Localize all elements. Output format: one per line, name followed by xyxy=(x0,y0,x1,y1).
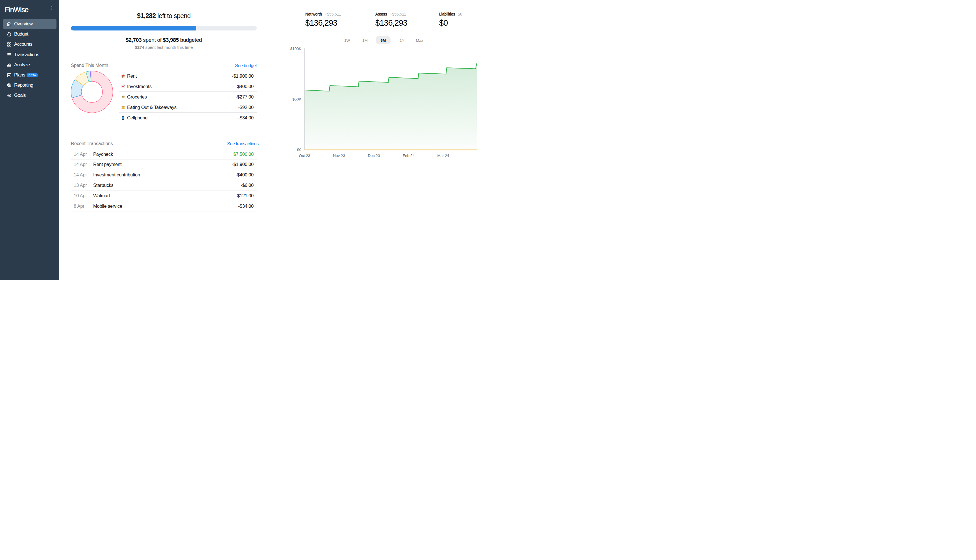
svg-text:$50K: $50K xyxy=(292,97,301,101)
svg-text:Oct 23: Oct 23 xyxy=(299,153,310,158)
svg-text:$100K: $100K xyxy=(290,47,301,51)
svg-text:$0: $0 xyxy=(297,148,301,152)
svg-text:Mar 24: Mar 24 xyxy=(437,153,450,158)
svg-text:Nov 23: Nov 23 xyxy=(333,153,345,158)
svg-text:Dec 23: Dec 23 xyxy=(368,153,380,158)
svg-text:Feb 24: Feb 24 xyxy=(403,153,415,158)
